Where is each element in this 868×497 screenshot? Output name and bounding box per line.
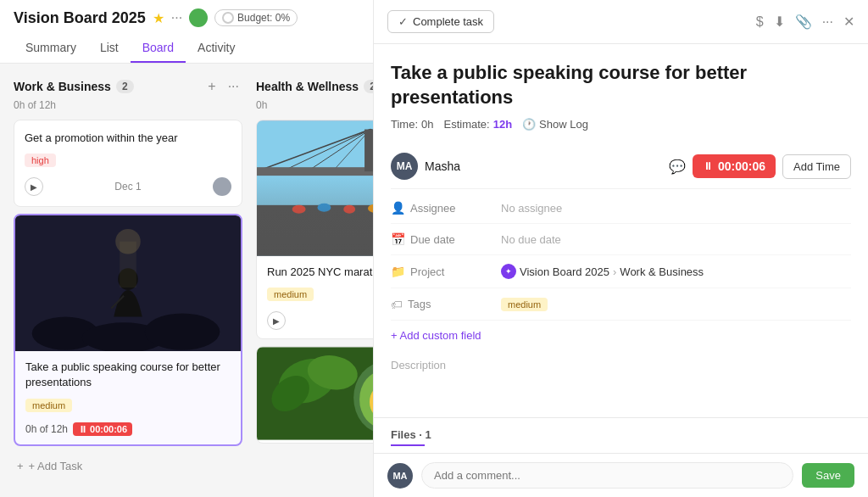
tab-activity[interactable]: Activity xyxy=(186,34,247,63)
card-promotion[interactable]: Get a promotion within the year high ▶ D… xyxy=(14,120,242,207)
svg-point-21 xyxy=(317,204,331,212)
user-name: Masha xyxy=(425,159,460,173)
save-comment-btn[interactable]: Save xyxy=(802,463,854,488)
card-speaking-tag: medium xyxy=(25,399,72,412)
tag-icon: 🏷 xyxy=(391,298,403,311)
card-marathon[interactable]: Run 2025 NYC marath... medium ▶ xyxy=(256,120,373,339)
card-food[interactable] xyxy=(256,346,373,444)
pause-icon: ⏸ xyxy=(78,424,87,434)
project-header: Vision Board 2025 ★ ··· Budget: 0% Summa… xyxy=(0,0,373,64)
column-title-health: Health & Wellness xyxy=(256,80,359,93)
more-options-icon[interactable]: ··· xyxy=(171,10,182,25)
attachment-icon-btn[interactable]: 📎 xyxy=(795,14,812,30)
card-speaking-title: Take a public speaking course for better… xyxy=(25,360,231,390)
star-icon[interactable]: ★ xyxy=(153,10,164,26)
timer-running-btn[interactable]: ⏸ 00:00:06 xyxy=(693,154,776,178)
task-body: Take a public speaking course for better… xyxy=(374,44,868,417)
card-promotion-title: Get a promotion within the year xyxy=(25,131,231,146)
project-color-icon: ✦ xyxy=(501,264,516,279)
arrow-separator: › xyxy=(613,265,616,278)
play-btn-marathon[interactable]: ▶ xyxy=(267,311,286,330)
budget-label: Budget: 0% xyxy=(237,12,290,24)
card-speaking-time: 0h of 12h xyxy=(25,423,68,435)
nav-tabs: Summary List Board Activity xyxy=(14,34,359,63)
task-title: Take a public speaking course for better… xyxy=(391,61,851,109)
column-subtitle-health: 0h xyxy=(256,99,373,111)
card-marathon-title: Run 2025 NYC marath... xyxy=(267,265,373,280)
task-time: Time: 0h xyxy=(391,118,434,131)
column-header-health: Health & Wellness 2 + ··· xyxy=(256,77,373,96)
project-icon-label: 📁 xyxy=(391,265,405,278)
budget-badge: Budget: 0% xyxy=(214,9,298,26)
task-estimate: Estimate: 12h xyxy=(444,118,513,131)
svg-point-22 xyxy=(343,205,355,214)
field-assignee: 👤 Assignee No assignee xyxy=(391,193,851,224)
column-health: Health & Wellness 2 + ··· 0h xyxy=(256,77,373,462)
tags-value[interactable]: medium xyxy=(501,297,548,311)
files-title: Files · 1 xyxy=(391,428,851,441)
card-promotion-avatar xyxy=(213,177,231,196)
due-date-value[interactable]: No due date xyxy=(501,233,561,246)
food-image xyxy=(257,347,373,443)
comment-input[interactable] xyxy=(421,462,793,489)
tab-summary[interactable]: Summary xyxy=(14,34,88,63)
field-due-date: 📅 Due date No due date xyxy=(391,224,851,255)
task-detail-panel: ✓ Complete task $ ⬇ 📎 ··· ✕ Take a publi… xyxy=(373,0,868,497)
field-tags: 🏷 Tags medium xyxy=(391,288,851,321)
comment-btn[interactable]: 💬 xyxy=(669,159,686,175)
tab-board[interactable]: Board xyxy=(131,34,186,63)
project-avatar xyxy=(189,8,208,27)
tab-list[interactable]: List xyxy=(88,34,131,63)
dollar-icon-btn[interactable]: $ xyxy=(756,14,764,30)
field-project: 📁 Project ✦ Vision Board 2025 › Work & B… xyxy=(391,255,851,288)
column-subtitle-work: 0h of 12h xyxy=(14,99,242,111)
assignee-actions: 💬 ⏸ 00:00:06 Add Time xyxy=(669,154,851,179)
column-work-business: Work & Business 2 + ··· 0h of 12h Get a … xyxy=(14,77,242,462)
more-options-task-btn[interactable]: ··· xyxy=(822,14,833,30)
column-title-work: Work & Business xyxy=(14,80,111,93)
files-underline xyxy=(391,444,425,446)
task-toolbar: ✓ Complete task $ ⬇ 📎 ··· ✕ xyxy=(374,0,868,44)
user-info: MA Masha xyxy=(391,153,460,180)
project-path[interactable]: ✦ Vision Board 2025 › Work & Business xyxy=(501,264,704,279)
complete-task-btn[interactable]: ✓ Complete task xyxy=(387,10,494,33)
svg-point-20 xyxy=(292,205,306,214)
task-meta: Time: 0h Estimate: 12h 🕐 Show Log xyxy=(391,118,851,131)
check-icon: ✓ xyxy=(398,15,408,28)
add-column-item-btn[interactable]: + xyxy=(204,77,219,96)
files-section: Files · 1 xyxy=(374,417,868,453)
description-field[interactable]: Description xyxy=(391,350,851,380)
svg-rect-18 xyxy=(257,167,373,176)
comment-area: MA Save xyxy=(374,453,868,497)
play-btn-promotion[interactable]: ▶ xyxy=(25,177,43,196)
pause-icon-btn: ⏸ xyxy=(703,160,713,172)
svg-rect-19 xyxy=(364,130,373,172)
svg-rect-8 xyxy=(257,121,373,256)
column-options-btn[interactable]: ··· xyxy=(225,77,242,96)
svg-point-3 xyxy=(145,314,220,350)
add-task-btn-work[interactable]: + + Add Task xyxy=(14,453,242,476)
card-promotion-tag: high xyxy=(25,154,56,167)
add-task-icon: + xyxy=(17,460,24,472)
close-panel-btn[interactable]: ✕ xyxy=(843,14,854,30)
calendar-icon: 📅 xyxy=(391,232,405,246)
card-speaking-timer: ⏸ 00:00:06 xyxy=(73,422,132,436)
show-log-btn[interactable]: 🕐 Show Log xyxy=(522,118,588,131)
detail-fields: 👤 Assignee No assignee 📅 Due date No due… xyxy=(391,193,851,321)
bridge-image xyxy=(257,120,373,256)
comment-avatar: MA xyxy=(387,463,413,489)
add-custom-field-btn[interactable]: + Add custom field xyxy=(391,321,851,350)
download-icon-btn[interactable]: ⬇ xyxy=(774,14,785,30)
board-content: Work & Business 2 + ··· 0h of 12h Get a … xyxy=(0,64,373,476)
card-speaking[interactable]: Take a public speaking course for better… xyxy=(14,214,242,445)
left-panel: Vision Board 2025 ★ ··· Budget: 0% Summa… xyxy=(0,0,373,497)
assignee-value[interactable]: No assignee xyxy=(501,202,562,215)
svg-rect-9 xyxy=(257,205,373,256)
clock-icon: 🕐 xyxy=(522,118,536,131)
task-header-actions: $ ⬇ 📎 ··· ✕ xyxy=(756,14,854,30)
assignee-row: MA Masha 💬 ⏸ 00:00:06 Add Time xyxy=(391,144,851,189)
add-time-btn[interactable]: Add Time xyxy=(782,154,851,179)
project-title: Vision Board 2025 xyxy=(14,9,146,27)
card-promotion-date: Dec 1 xyxy=(114,181,141,193)
assignee-icon: 👤 xyxy=(391,201,405,215)
